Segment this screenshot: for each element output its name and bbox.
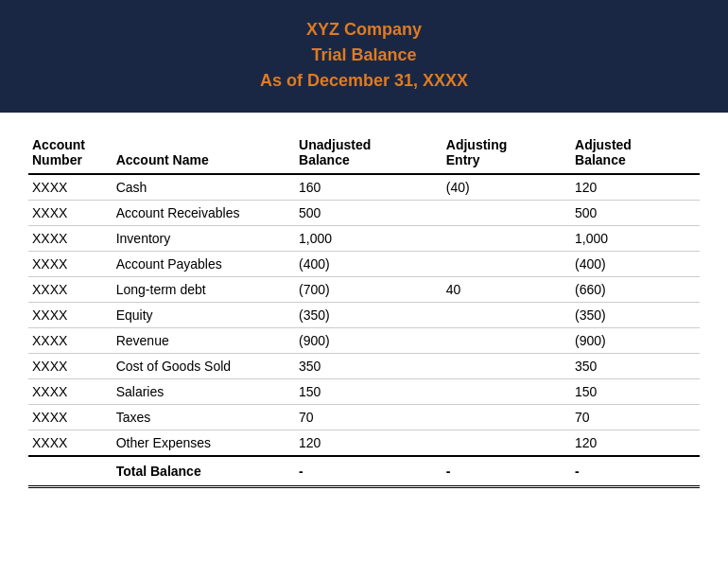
col-header-acct-number-1: Account <box>28 132 113 152</box>
cell-acct-num: XXXX <box>28 252 113 277</box>
table-row: XXXXCash160(40)120 <box>28 174 700 201</box>
cell-acct-name: Salaries <box>113 379 295 405</box>
cell-adjusted: (900) <box>571 328 700 354</box>
table-row: XXXXRevenue(900)(900) <box>28 328 700 354</box>
total-label: Total Balance <box>113 456 295 487</box>
cell-acct-num: XXXX <box>28 405 113 430</box>
trial-balance-table: Account Unadjusted Adjusting Adjusted Nu… <box>28 132 700 488</box>
cell-adj-entry <box>442 328 571 354</box>
cell-adjusted: (660) <box>571 277 700 303</box>
cell-unadj: 70 <box>295 405 442 430</box>
cell-acct-name: Account Receivables <box>113 201 295 226</box>
cell-adj-entry: 40 <box>442 277 571 303</box>
table-row: XXXXSalaries150150 <box>28 379 700 405</box>
total-acct-num <box>28 456 113 487</box>
cell-acct-num: XXXX <box>28 174 113 201</box>
cell-adj-entry <box>442 252 571 277</box>
cell-acct-num: XXXX <box>28 201 113 226</box>
cell-unadj: 500 <box>295 201 442 226</box>
table-row: XXXXCost of Goods Sold350350 <box>28 354 700 379</box>
cell-adjusted: (350) <box>571 303 700 328</box>
cell-acct-name: Long-term debt <box>113 277 295 303</box>
cell-acct-name: Revenue <box>113 328 295 354</box>
total-row: Total Balance - - - <box>28 456 700 487</box>
cell-unadj: (400) <box>295 252 442 277</box>
cell-acct-num: XXXX <box>28 379 113 405</box>
cell-acct-name: Equity <box>113 303 295 328</box>
cell-adj-entry <box>442 354 571 379</box>
col-header-adj-entry-2: Entry <box>442 152 571 174</box>
cell-adjusted: 350 <box>571 354 700 379</box>
cell-acct-num: XXXX <box>28 277 113 303</box>
cell-adj-entry <box>442 303 571 328</box>
cell-acct-name: Inventory <box>113 226 295 252</box>
cell-acct-num: XXXX <box>28 328 113 354</box>
cell-adjusted: 120 <box>571 174 700 201</box>
cell-acct-name: Cash <box>113 174 295 201</box>
table-row: XXXXTaxes7070 <box>28 405 700 430</box>
cell-adjusted: 500 <box>571 201 700 226</box>
cell-adj-entry <box>442 201 571 226</box>
cell-adjusted: 1,000 <box>571 226 700 252</box>
cell-unadj: (350) <box>295 303 442 328</box>
cell-adjusted: 150 <box>571 379 700 405</box>
cell-adj-entry: (40) <box>442 174 571 201</box>
column-header-row-2: Number Account Name Balance Entry Balanc… <box>28 152 700 174</box>
table-row: XXXXInventory1,0001,000 <box>28 226 700 252</box>
cell-adj-entry <box>442 379 571 405</box>
total-adj-entry: - <box>442 456 571 487</box>
total-unadj: - <box>295 456 442 487</box>
report-date: As of December 31, XXXX <box>19 68 709 94</box>
table-row: XXXXEquity(350)(350) <box>28 303 700 328</box>
cell-adj-entry <box>442 405 571 430</box>
cell-acct-name: Taxes <box>113 405 295 430</box>
col-header-adjusted-2: Balance <box>571 152 700 174</box>
cell-unadj: 350 <box>295 354 442 379</box>
cell-adj-entry <box>442 226 571 252</box>
cell-acct-num: XXXX <box>28 354 113 379</box>
col-header-adjusted-1: Adjusted <box>571 132 700 152</box>
cell-adj-entry <box>442 430 571 457</box>
table-container: Account Unadjusted Adjusting Adjusted Nu… <box>0 113 728 507</box>
header: XYZ Company Trial Balance As of December… <box>0 0 728 113</box>
cell-acct-name: Account Payables <box>113 252 295 277</box>
cell-unadj: (900) <box>295 328 442 354</box>
cell-acct-num: XXXX <box>28 430 113 457</box>
cell-acct-name: Other Expenses <box>113 430 295 457</box>
cell-unadj: 160 <box>295 174 442 201</box>
cell-acct-num: XXXX <box>28 303 113 328</box>
cell-adjusted: (400) <box>571 252 700 277</box>
table-body: XXXXCash160(40)120XXXXAccount Receivable… <box>28 174 700 456</box>
total-adjusted: - <box>571 456 700 487</box>
cell-unadj: 1,000 <box>295 226 442 252</box>
col-header-unadj-1: Unadjusted <box>295 132 442 152</box>
company-name: XYZ Company <box>19 17 709 43</box>
col-header-adj-entry-1: Adjusting <box>442 132 571 152</box>
table-row: XXXXAccount Payables(400)(400) <box>28 252 700 277</box>
table-footer: Total Balance - - - <box>28 456 700 487</box>
report-title: Trial Balance <box>19 43 709 68</box>
cell-unadj: (700) <box>295 277 442 303</box>
cell-acct-num: XXXX <box>28 226 113 252</box>
table-row: XXXXLong-term debt(700)40(660) <box>28 277 700 303</box>
cell-adjusted: 70 <box>571 405 700 430</box>
cell-unadj: 120 <box>295 430 442 457</box>
col-header-acct-name-label: Account Name <box>113 152 295 174</box>
cell-unadj: 150 <box>295 379 442 405</box>
cell-adjusted: 120 <box>571 430 700 457</box>
table-row: XXXXAccount Receivables500500 <box>28 201 700 226</box>
table-row: XXXXOther Expenses120120 <box>28 430 700 457</box>
col-header-acct-number-2: Number <box>28 152 113 174</box>
cell-acct-name: Cost of Goods Sold <box>113 354 295 379</box>
column-header-row-1: Account Unadjusted Adjusting Adjusted <box>28 132 700 152</box>
col-header-unadj-2: Balance <box>295 152 442 174</box>
col-header-acct-name <box>113 132 295 152</box>
